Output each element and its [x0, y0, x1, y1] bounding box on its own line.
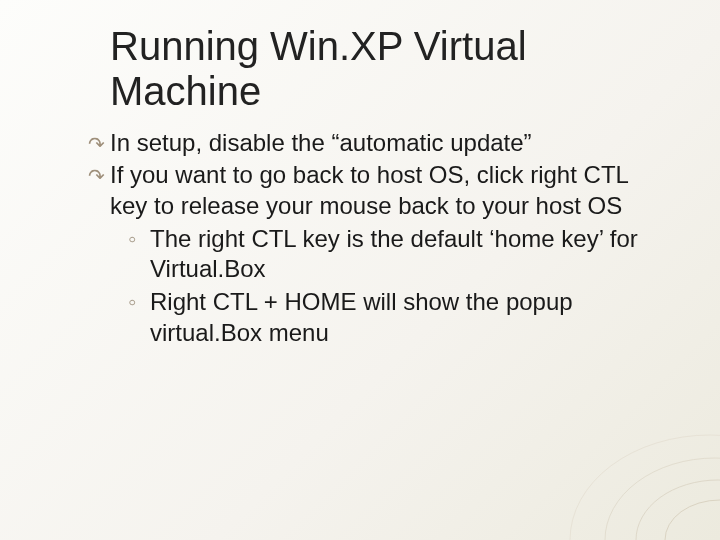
svg-point-1: [605, 458, 720, 540]
bullet-2-sublist: ◦ The right CTL key is the default ‘home…: [110, 224, 660, 349]
svg-point-2: [636, 480, 720, 540]
bullet-1: ↷ In setup, disable the “automatic updat…: [110, 128, 660, 159]
sub-bullet-1-text: The right CTL key is the default ‘home k…: [150, 225, 638, 283]
sub-bullet-icon: ◦: [128, 224, 137, 255]
sub-bullet-2-text: Right CTL + HOME will show the popup vir…: [150, 288, 573, 346]
bullet-icon: ↷: [88, 132, 105, 158]
svg-point-3: [665, 500, 720, 540]
bullet-2-text: If you want to go back to host OS, click…: [110, 161, 628, 219]
sub-bullet-icon: ◦: [128, 287, 137, 318]
bullet-icon: ↷: [88, 164, 105, 190]
bullet-1-text: In setup, disable the “automatic update”: [110, 129, 532, 156]
sub-bullet-1: ◦ The right CTL key is the default ‘home…: [110, 224, 660, 285]
bullet-2: ↷ If you want to go back to host OS, cli…: [110, 160, 660, 348]
sub-bullet-2: ◦ Right CTL + HOME will show the popup v…: [110, 287, 660, 348]
corner-accent: [540, 390, 720, 540]
slide-title: Running Win.XP Virtual Machine: [110, 24, 660, 114]
slide-body: ↷ In setup, disable the “automatic updat…: [110, 128, 660, 349]
slide: Running Win.XP Virtual Machine ↷ In setu…: [0, 0, 720, 349]
svg-point-0: [570, 435, 720, 540]
